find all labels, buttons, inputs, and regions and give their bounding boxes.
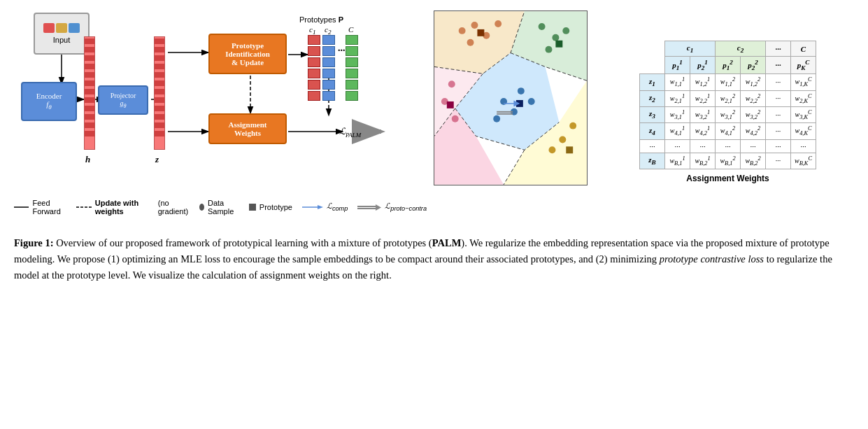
col-header-dots: ··· bbox=[766, 41, 791, 57]
svg-point-39 bbox=[549, 146, 556, 153]
svg-marker-16 bbox=[318, 205, 323, 209]
svg-rect-41 bbox=[555, 41, 562, 48]
legend-update: Update with weights bbox=[76, 199, 148, 216]
encoder-label2: fθ bbox=[46, 100, 52, 111]
cell-z3-c2-1: w3,12 bbox=[716, 106, 741, 122]
cell-z3-C: w3,KC bbox=[791, 106, 816, 122]
proto-id-box: Prototype Identification & Update bbox=[208, 34, 287, 74]
assign-label1: Assignment bbox=[228, 120, 266, 129]
proto-col-1 bbox=[308, 35, 320, 101]
cell-z3-c1-1: w3,11 bbox=[665, 106, 690, 122]
svg-point-21 bbox=[471, 22, 478, 29]
projector-label2: gθ bbox=[120, 99, 126, 109]
legend-lcomp: ℒcomp bbox=[302, 202, 348, 212]
C-label-top: C bbox=[348, 25, 353, 34]
cell-z1-c2-1: w1,12 bbox=[716, 74, 741, 90]
cell-dots-5: ··· bbox=[766, 139, 791, 153]
svg-point-26 bbox=[552, 34, 559, 41]
z-bar bbox=[154, 36, 165, 150]
proto-id-label1: Prototype bbox=[232, 41, 264, 50]
legend-datasample: Data Sample bbox=[199, 199, 239, 216]
cell-zB-c1-1: wB,11 bbox=[665, 153, 690, 169]
cell-dots-4: ··· bbox=[741, 139, 766, 153]
cell-dots-6: ··· bbox=[791, 139, 816, 153]
h-label: h bbox=[85, 154, 90, 165]
assign-box: Assignment Weights bbox=[208, 113, 287, 144]
proto-col-2 bbox=[322, 35, 335, 101]
projector-label1: Projector bbox=[111, 92, 136, 99]
proto-id-label3: & Update bbox=[232, 58, 264, 66]
cell-z4-c1-2: w4,21 bbox=[690, 123, 716, 139]
assign-label2: Weights bbox=[234, 129, 261, 137]
svg-point-20 bbox=[459, 27, 466, 34]
legend-feedforward: Feed Forward bbox=[14, 199, 66, 216]
cell-z1-c1-2: w1,21 bbox=[690, 74, 716, 90]
proto-dots: ··· bbox=[338, 45, 346, 57]
svg-rect-43 bbox=[447, 101, 454, 108]
figure-caption: Figure 1: Overview of our proposed frame… bbox=[14, 235, 854, 284]
flow-diagram: Input bbox=[14, 7, 427, 217]
cell-z4-dots: ··· bbox=[766, 123, 791, 139]
svg-point-36 bbox=[452, 115, 459, 122]
weight-table: c1 c2 ··· C p11 p21 p12 p22 ··· pKC bbox=[639, 41, 816, 169]
cell-zB-c1-2: wB,21 bbox=[690, 153, 716, 169]
col-p12: p12 bbox=[716, 57, 741, 74]
scatter-svg bbox=[434, 10, 588, 185]
row-zB-label: zB bbox=[640, 153, 665, 169]
cell-zB-C: wB,KC bbox=[791, 153, 816, 169]
cell-z4-c2-2: w4,22 bbox=[741, 123, 766, 139]
cell-z1-c1-1: w1,11 bbox=[665, 74, 690, 90]
cell-z3-c1-2: w3,21 bbox=[690, 106, 716, 122]
svg-point-27 bbox=[546, 46, 553, 53]
cell-z1-dots: ··· bbox=[766, 74, 791, 90]
col-header-C: C bbox=[791, 41, 816, 57]
svg-point-25 bbox=[539, 23, 546, 30]
svg-point-33 bbox=[528, 98, 535, 105]
svg-point-24 bbox=[495, 20, 501, 27]
svg-point-34 bbox=[448, 80, 455, 87]
projector-box: Projector gθ bbox=[98, 85, 148, 115]
cell-z2-C: w2,KC bbox=[791, 90, 816, 106]
encoder-box: Encoder fθ bbox=[21, 82, 77, 121]
caption-figure-label: Figure 1: bbox=[14, 237, 56, 248]
cell-z2-c1-1: w2,11 bbox=[665, 90, 690, 106]
scatter-plot bbox=[434, 10, 588, 213]
proto-id-label2: Identification bbox=[225, 50, 270, 58]
legend-nogradient: (no gradient) bbox=[158, 199, 190, 216]
col-header-c1: c1 bbox=[665, 41, 716, 57]
svg-marker-19 bbox=[376, 204, 381, 211]
legend-ds-label: Data Sample bbox=[208, 199, 239, 216]
col-header-c2: c2 bbox=[716, 41, 766, 57]
z-label: z bbox=[155, 154, 159, 165]
row-z2-label: z2 bbox=[640, 90, 665, 106]
col-p21: p21 bbox=[690, 57, 716, 74]
cell-zB-c2-1: wB,12 bbox=[716, 153, 741, 169]
svg-point-38 bbox=[569, 122, 576, 129]
cell-z4-c2-1: w4,12 bbox=[716, 123, 741, 139]
proto-col-C bbox=[346, 35, 358, 101]
cell-z2-c2-1: w2,12 bbox=[716, 90, 741, 106]
diagram-area: Input bbox=[14, 7, 854, 217]
input-box: Input bbox=[34, 13, 90, 55]
svg-rect-40 bbox=[477, 29, 484, 36]
legend-lproto: ℒproto−contra bbox=[357, 202, 427, 212]
encoder-label1: Encoder bbox=[36, 92, 62, 100]
cell-z2-c1-2: w2,21 bbox=[690, 90, 716, 106]
row-dots-label: ··· bbox=[640, 139, 665, 153]
col-p11: p11 bbox=[665, 57, 690, 74]
cell-dots-1: ··· bbox=[665, 139, 690, 153]
table-footer-label: Assignment Weights bbox=[686, 174, 769, 183]
caption-italic-phrase: prototype contrastive loss bbox=[660, 253, 764, 265]
cell-z2-dots: ··· bbox=[766, 90, 791, 106]
c2-label-top: c2 bbox=[325, 25, 331, 36]
legend-update-label: Update with weights bbox=[95, 199, 148, 216]
legend-ff-label: Feed Forward bbox=[32, 199, 66, 216]
svg-point-32 bbox=[493, 115, 500, 122]
cell-zB-c2-2: wB,22 bbox=[741, 153, 766, 169]
col-pCK: pKC bbox=[791, 57, 816, 74]
cell-z3-dots: ··· bbox=[766, 106, 791, 122]
cell-z4-C: w4,KC bbox=[791, 123, 816, 139]
cell-dots-3: ··· bbox=[716, 139, 741, 153]
c1-label-top: c1 bbox=[309, 25, 315, 36]
svg-point-37 bbox=[559, 136, 566, 143]
